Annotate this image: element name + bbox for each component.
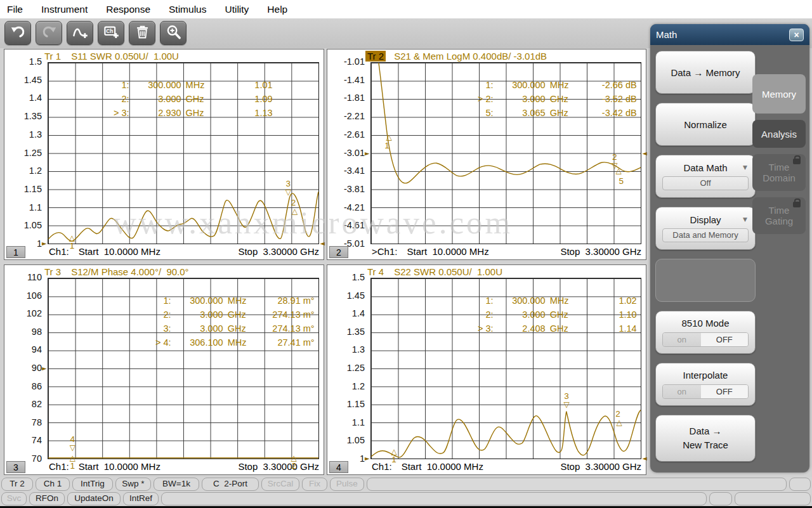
- plot-grid[interactable]: 1:300.000MHz28.91 m°2:3.000GHz274.13 m°3…: [48, 278, 319, 459]
- math-panel: Math × Data → Memory Normalize Data Math…: [650, 24, 809, 472]
- reference-level-arrow-icon: ►: [365, 150, 370, 157]
- tab-label: Analysis: [761, 129, 797, 140]
- channel-badge[interactable]: 2: [329, 246, 348, 258]
- toggle-off-option[interactable]: OFF: [701, 333, 748, 346]
- toggle-off-option[interactable]: OFF: [701, 385, 748, 398]
- zoom-button[interactable]: [160, 21, 187, 45]
- plot-window-tr3[interactable]: Tr 3 S12/M Phase 4.000°/ 90.0° 110106102…: [4, 264, 324, 475]
- trace-marker-icon: △: [69, 234, 75, 242]
- data-to-memory-button[interactable]: Data → Memory: [655, 51, 756, 94]
- data-to-new-trace-button[interactable]: Data → New Trace: [655, 415, 756, 462]
- trace-marker-label: 4: [70, 435, 75, 444]
- menu-response[interactable]: Response: [106, 4, 150, 15]
- marker-num: 2:: [466, 309, 494, 320]
- marker-unit: GHz: [223, 309, 252, 320]
- trace-tag[interactable]: Tr 4: [365, 266, 386, 277]
- status-swp-[interactable]: Swp *: [115, 478, 151, 491]
- marker-readout-row: 1:300.000MHz1.02: [466, 294, 637, 308]
- status-updateon[interactable]: UpdateOn: [67, 492, 121, 505]
- marker-unit: GHz: [546, 108, 575, 118]
- status-intref[interactable]: IntRef: [123, 492, 159, 505]
- add-trace-button[interactable]: [67, 21, 93, 45]
- marker-readout-row: 1:300.000MHz1.01: [102, 78, 273, 92]
- trace-tag[interactable]: Tr 1: [43, 51, 63, 62]
- marker-freq: 3.000: [494, 94, 546, 104]
- trace-marker-icon: ▽: [285, 188, 291, 196]
- toggle-on-option[interactable]: on: [663, 333, 701, 346]
- menu-file[interactable]: File: [7, 4, 23, 15]
- normalize-button[interactable]: Normalize: [655, 103, 756, 146]
- trace-marker-label: 2: [291, 462, 296, 471]
- plot-grid[interactable]: 1:300.000MHz1.012:3.000GHz1.09> 3:2.930G…: [48, 62, 319, 244]
- marker-unit: MHz: [223, 337, 252, 348]
- status-rfon[interactable]: RFOn: [29, 492, 65, 505]
- tab-time-domain: Time Domain: [752, 154, 806, 191]
- undo-button[interactable]: [4, 21, 31, 45]
- marker-unit: MHz: [546, 296, 575, 306]
- channel-badge[interactable]: 4: [329, 461, 348, 473]
- plot-window-tr4[interactable]: Tr 4 S22 SWR 0.050U/ 1.00U 1.51.451.41.3…: [327, 264, 646, 475]
- status-ch-1[interactable]: Ch 1: [36, 478, 70, 491]
- lock-icon: [793, 202, 801, 207]
- delete-button[interactable]: [129, 21, 155, 45]
- data-math-button[interactable]: Data Math▼ Off: [655, 155, 756, 198]
- trace-format-label: S11 SWR 0.050U/ 1.00U: [71, 51, 179, 62]
- status-tr-2[interactable]: Tr 2: [1, 478, 33, 491]
- trace-marker-icon: △: [616, 167, 622, 174]
- plot-footer: 4 Ch1:Start 10.0000 MHzStop 3.30000 GHz: [327, 460, 646, 474]
- menu-utility[interactable]: Utility: [225, 4, 249, 15]
- marker-unit: GHz: [181, 108, 211, 118]
- tab-memory[interactable]: Memory: [752, 74, 806, 114]
- trace-format-label: S12/M Phase 4.000°/ 90.0°: [71, 266, 188, 277]
- trace-tag-selected[interactable]: Tr 2: [365, 51, 386, 62]
- status-c-2-port[interactable]: C 2-Port: [202, 478, 259, 491]
- display-button[interactable]: Display▼ Data and Memory: [655, 207, 756, 250]
- status-bw-1k[interactable]: BW=1k: [154, 478, 199, 491]
- tab-analysis[interactable]: Analysis: [752, 120, 806, 148]
- undo-icon: [10, 23, 27, 43]
- trace-tag[interactable]: Tr 3: [43, 266, 63, 277]
- marker-val: 1.09: [211, 94, 273, 104]
- y-axis-label: 102: [27, 308, 42, 318]
- channel-label: Ch1:: [372, 461, 392, 472]
- toggle-on-option[interactable]: on: [663, 385, 701, 398]
- channel-badge[interactable]: 1: [6, 246, 25, 258]
- marker-freq: 300.000: [171, 296, 223, 306]
- channel-badge[interactable]: 3: [6, 461, 25, 473]
- math-panel-header[interactable]: Math ×: [650, 24, 809, 45]
- svg-text:Ch: Ch: [106, 28, 113, 34]
- plot-title: Tr 1 S11 SWR 0.050U/ 1.00U: [43, 50, 179, 62]
- menu-instrument[interactable]: Instrument: [41, 4, 88, 15]
- plot-grid[interactable]: 1:300.000MHz-2.66 dB> 2:3.000GHz-3.52 dB…: [370, 62, 641, 244]
- mode-8510-toggle[interactable]: on OFF: [662, 332, 749, 347]
- plot-window-tr1[interactable]: Tr 1 S11 SWR 0.050U/ 1.00U 1.51.451.41.3…: [4, 49, 324, 260]
- marker-num: 3:: [143, 323, 171, 334]
- y-axis-label: 1.45: [24, 75, 42, 85]
- lock-icon: [793, 159, 801, 164]
- display-state[interactable]: Data and Memory: [662, 228, 749, 242]
- y-axis-label: 1.4: [29, 93, 42, 103]
- status-inttrig[interactable]: IntTrig: [72, 478, 113, 491]
- plot-window-tr2[interactable]: Tr 2 S21 & Mem LogM 0.400dB/ -3.01dB -1.…: [327, 49, 646, 260]
- marker-unit: GHz: [181, 94, 211, 104]
- menu-stimulus[interactable]: Stimulus: [169, 4, 206, 15]
- add-channel-button[interactable]: Ch: [98, 21, 124, 45]
- add-trace-icon: [72, 23, 89, 43]
- mode-8510-button[interactable]: 8510 Mode on OFF: [655, 311, 756, 354]
- y-axis-label: 1.1: [29, 202, 42, 212]
- menu-help[interactable]: Help: [267, 4, 287, 15]
- y-axis-label: 110: [27, 272, 42, 282]
- interpolate-toggle[interactable]: on OFF: [662, 384, 749, 399]
- interpolate-button[interactable]: Interpolate on OFF: [655, 363, 756, 406]
- delete-icon: [134, 23, 151, 43]
- data-math-state[interactable]: Off: [662, 176, 749, 190]
- y-axis-label: -2.21: [344, 111, 365, 121]
- trace-marker-icon: △: [291, 454, 297, 462]
- close-icon[interactable]: ×: [789, 29, 804, 41]
- marker-freq: 300.000: [494, 80, 546, 90]
- y-axis-label: -1.81: [344, 93, 365, 103]
- marker-readout-row: > 3:2.930GHz1.13: [102, 106, 273, 120]
- plot-grid[interactable]: 1:300.000MHz1.022:3.000GHz1.10> 3:2.408G…: [370, 278, 641, 459]
- y-axis-label: 78: [32, 417, 42, 427]
- marker-freq: 3.000: [494, 309, 546, 320]
